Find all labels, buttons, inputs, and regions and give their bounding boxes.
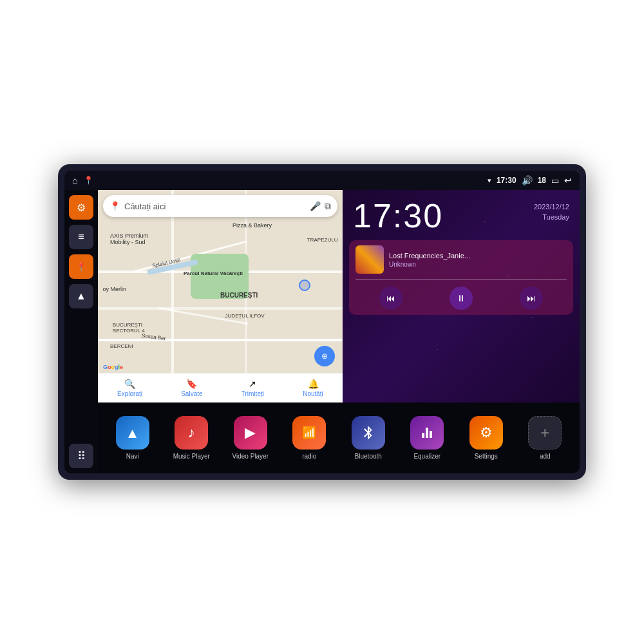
map-saved-btn[interactable]: 🔖 Salvate [181, 379, 202, 397]
app-radio-label: radio [302, 453, 316, 460]
google-logo: Google [103, 364, 123, 370]
clock-display: 17:30 [353, 199, 443, 232]
music-top: Lost Frequencies_Janie... Unknown [355, 245, 567, 274]
app-navi[interactable]: ▲ Navi [113, 416, 152, 460]
app-equalizer[interactable]: Equalizer [408, 416, 446, 460]
map-share-label: Trimiteți [242, 390, 264, 397]
album-art-image [355, 245, 384, 274]
music-info: Lost Frequencies_Janie... Unknown [389, 252, 567, 268]
top-section: AXIS PremiumMobility - Sud Pizza & Baker… [98, 190, 580, 402]
map-explore-btn[interactable]: 🔍 Explorați [117, 379, 142, 397]
sidebar-settings-btn[interactable]: ⚙ [69, 195, 93, 220]
map-bottom-bar: 🔍 Explorați 🔖 Salvate ↗ Trimiteți [98, 373, 343, 402]
app-add-label: add [540, 453, 551, 460]
app-settings-label: Settings [475, 453, 498, 460]
prev-icon: ⏮ [386, 293, 395, 303]
map-widget[interactable]: AXIS PremiumMobility - Sud Pizza & Baker… [98, 190, 343, 402]
music-prev-btn[interactable]: ⏮ [379, 287, 402, 310]
map-news-label: Noutăți [303, 390, 323, 397]
app-grid: ▲ Navi ♪ Music Player ▶ Vid [98, 402, 580, 473]
app-settings-icon: ⚙ [469, 416, 503, 450]
music-progress-bar[interactable] [355, 279, 567, 280]
app-radio[interactable]: 📶 radio [290, 416, 328, 460]
app-bluetooth-label: Bluetooth [355, 453, 382, 460]
clock-date-area: 2023/12/12 Tuesday [534, 203, 569, 222]
screen: ⌂ 📍 ▾ 17:30 🔊 18 ▭ ↩ ⚙ ≡ [64, 171, 580, 473]
grid-icon: ⠿ [77, 449, 85, 463]
map-label-sector: BUCUREȘTISECTORUL 4 [113, 322, 145, 334]
app-bluetooth[interactable]: Bluetooth [349, 416, 388, 460]
app-equalizer-label: Equalizer [413, 453, 440, 460]
app-music-player[interactable]: ♪ Music Player [172, 416, 211, 460]
app-equalizer-icon [410, 416, 444, 450]
bluetooth-svg [361, 425, 376, 440]
map-saved-label: Salvate [181, 390, 202, 397]
navigate-icon: ▲ [76, 290, 86, 302]
clock-day: Tuesday [542, 213, 569, 221]
music-title: Lost Frequencies_Janie... [389, 252, 567, 260]
right-panel: 17:30 2023/12/12 Tuesday [343, 190, 580, 402]
map-icon: 📍 [76, 262, 86, 272]
back-icon[interactable]: ↩ [564, 175, 572, 185]
app-music-label: Music Player [173, 453, 210, 460]
gear-icon: ⚙ [77, 202, 86, 214]
mic-icon[interactable]: 🎤 [310, 201, 321, 211]
app-video-label: Video Player [232, 453, 269, 460]
clock-minutes: 30 [403, 197, 443, 234]
map-label-axis: AXIS PremiumMobility - Sud [110, 232, 148, 245]
music-controls: ⏮ ⏸ ⏭ [355, 287, 567, 310]
app-video-player[interactable]: ▶ Video Player [231, 416, 270, 460]
app-add-icon: + [528, 416, 562, 450]
sidebar-map-btn[interactable]: 📍 [69, 254, 93, 279]
app-video-icon: ▶ [234, 416, 267, 450]
app-navi-icon: ▲ [116, 416, 149, 450]
status-left: ⌂ 📍 [72, 175, 93, 185]
sidebar-nav-btn[interactable]: ▲ [69, 284, 93, 308]
map-label-trapez: TRAPEZULU [307, 237, 338, 243]
map-search-text: Căutați aici [124, 202, 306, 211]
next-icon: ⏭ [527, 293, 536, 303]
play-icon: ⏸ [457, 293, 466, 303]
status-time: 17:30 [497, 176, 516, 185]
app-bluetooth-icon [352, 416, 385, 450]
map-search-bar[interactable]: 📍 Căutați aici 🎤 ⧉ [103, 195, 337, 217]
main-area: ⚙ ≡ 📍 ▲ ⠿ [64, 190, 580, 473]
app-music-icon: ♪ [175, 416, 208, 450]
equalizer-svg [419, 425, 435, 440]
map-news-btn[interactable]: 🔔 Noutăți [303, 379, 323, 397]
clock-colon: : [393, 197, 403, 234]
layers-icon[interactable]: ⧉ [325, 201, 331, 212]
battery-icon: ▭ [551, 176, 559, 185]
content-area: AXIS PremiumMobility - Sud Pizza & Baker… [98, 190, 580, 473]
app-settings[interactable]: ⚙ Settings [467, 416, 506, 460]
volume-icon: 🔊 [522, 175, 533, 185]
music-widget: Lost Frequencies_Janie... Unknown ⏮ [349, 240, 573, 315]
clock-area: 17:30 2023/12/12 Tuesday [343, 190, 580, 238]
music-artist: Unknown [389, 261, 567, 268]
app-add[interactable]: + add [526, 416, 564, 460]
clock-hours: 17 [353, 197, 393, 234]
wifi-icon: ▾ [488, 176, 491, 185]
map-label-berceni: BERCENI [110, 343, 133, 349]
sidebar: ⚙ ≡ 📍 ▲ ⠿ [64, 190, 98, 473]
music-play-btn[interactable]: ⏸ [450, 287, 473, 310]
map-pin-icon[interactable]: 📍 [84, 176, 93, 185]
battery-level: 18 [538, 176, 546, 185]
map-background: AXIS PremiumMobility - Sud Pizza & Baker… [98, 190, 343, 402]
menu-icon: ≡ [78, 231, 84, 243]
status-bar: ⌂ 📍 ▾ 17:30 🔊 18 ▭ ↩ [64, 171, 580, 190]
map-share-btn[interactable]: ↗ Trimiteți [242, 379, 264, 397]
sidebar-menu-btn[interactable]: ≡ [69, 225, 93, 249]
map-location-dot [299, 279, 310, 291]
album-art [355, 245, 384, 274]
clock-date: 2023/12/12 [534, 203, 569, 211]
status-right: ▾ 17:30 🔊 18 ▭ ↩ [488, 175, 572, 185]
car-head-unit: ⌂ 📍 ▾ 17:30 🔊 18 ▭ ↩ ⚙ ≡ [58, 164, 586, 480]
app-radio-icon: 📶 [292, 416, 326, 450]
map-label-pizza: Pizza & Bakery [232, 222, 272, 229]
google-maps-icon: 📍 [109, 201, 120, 211]
music-next-btn[interactable]: ⏭ [520, 287, 543, 310]
sidebar-grid-btn[interactable]: ⠿ [69, 444, 93, 468]
home-icon[interactable]: ⌂ [72, 175, 77, 185]
map-fab-button[interactable]: ⊕ [314, 346, 335, 366]
